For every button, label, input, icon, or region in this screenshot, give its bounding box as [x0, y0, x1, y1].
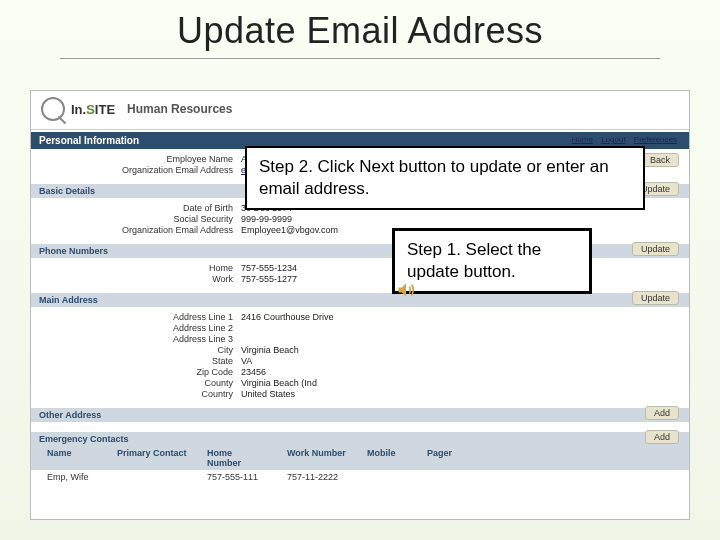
label-emp-name: Employee Name	[31, 154, 241, 164]
cell-name: Emp, Wife	[37, 472, 107, 482]
col-mobile: Mobile	[357, 448, 417, 468]
value-ssn: 999-99-9999	[241, 214, 292, 224]
link-home[interactable]: Home	[572, 135, 593, 144]
callout-step2: Step 2. Click Next button to update or e…	[245, 146, 645, 210]
col-work-num: Work Number	[277, 448, 357, 468]
link-preferences[interactable]: Preferences	[634, 135, 677, 144]
label-dob: Date of Birth	[31, 203, 241, 213]
app-subtitle: Human Resources	[127, 102, 232, 116]
col-pager: Pager	[417, 448, 477, 468]
col-name: Name	[37, 448, 107, 468]
update-address-button[interactable]: Update	[632, 291, 679, 305]
value-org-email2: Employee1@vbgov.com	[241, 225, 338, 235]
label-state: State	[31, 356, 241, 366]
value-zip: 23456	[241, 367, 266, 377]
value-state: VA	[241, 356, 252, 366]
add-other-address-button[interactable]: Add	[645, 406, 679, 420]
cell-home: 757-555-111	[197, 472, 277, 482]
value-country: United States	[241, 389, 295, 399]
slide-title: Update Email Address	[0, 0, 720, 58]
callout-step1: Step 1. Select the update button.	[392, 228, 592, 294]
top-links: Home Logout Preferences	[566, 135, 677, 144]
title-underline	[60, 58, 660, 59]
logo-green: S	[86, 102, 95, 117]
col-primary: Primary Contact	[107, 448, 197, 468]
logo-prefix: In.	[71, 102, 86, 117]
value-city: Virginia Beach	[241, 345, 299, 355]
table-row: Emp, Wife 757-555-111 757-11-2222	[31, 470, 689, 484]
value-phone-work: 757-555-1277	[241, 274, 297, 284]
label-addr2: Address Line 2	[31, 323, 241, 333]
col-home-num: Home Number	[197, 448, 277, 468]
emergency-table-header: Name Primary Contact Home Number Work Nu…	[31, 446, 689, 470]
label-org-email: Organization Email Address	[31, 165, 241, 175]
label-ssn: Social Security	[31, 214, 241, 224]
update-phone-button[interactable]: Update	[632, 242, 679, 256]
label-addr1: Address Line 1	[31, 312, 241, 322]
section-emergency-contacts: Emergency Contacts	[31, 432, 689, 446]
label-city: City	[31, 345, 241, 355]
label-country: Country	[31, 389, 241, 399]
section-main-address: Main Address	[31, 293, 689, 307]
label-addr3: Address Line 3	[31, 334, 241, 344]
logo-suffix: ITE	[95, 102, 115, 117]
label-phone-home: Home	[31, 263, 241, 273]
main-address-fields: Address Line 12416 Courthouse Drive Addr…	[31, 307, 689, 406]
label-phone-work: Work	[31, 274, 241, 284]
section-other-address: Other Address	[31, 408, 689, 422]
back-button[interactable]: Back	[641, 153, 679, 167]
app-header: In.SITE Human Resources	[31, 91, 689, 127]
app-logo-text: In.SITE	[71, 102, 115, 117]
value-county: Virginia Beach (Ind	[241, 378, 317, 388]
value-phone-home: 757-555-1234	[241, 263, 297, 273]
add-contact-button[interactable]: Add	[645, 430, 679, 444]
label-zip: Zip Code	[31, 367, 241, 377]
magnifier-icon	[41, 97, 65, 121]
speaker-icon[interactable]	[396, 280, 416, 300]
value-addr1: 2416 Courthouse Drive	[241, 312, 334, 322]
link-logout[interactable]: Logout	[601, 135, 625, 144]
label-county: County	[31, 378, 241, 388]
cell-primary	[107, 472, 197, 482]
cell-work: 757-11-2222	[277, 472, 357, 482]
label-org-email2: Organization Email Address	[31, 225, 241, 235]
